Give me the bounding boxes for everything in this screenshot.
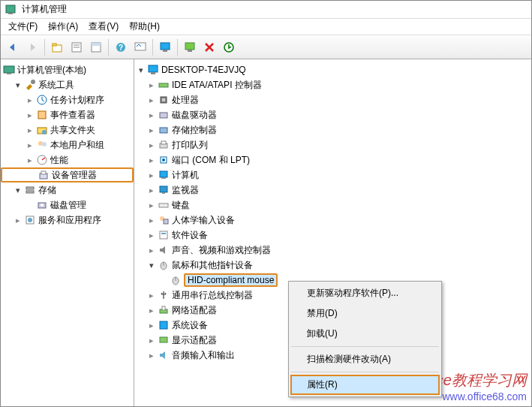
device-tree-root[interactable]: DESKTOP-T4EJVJQ (134, 62, 531, 77)
show-console-button[interactable] (68, 38, 86, 56)
twisty-icon[interactable] (25, 155, 35, 165)
monitor-button[interactable] (156, 38, 174, 56)
tree-performance[interactable]: 性能 (1, 152, 134, 167)
tree-label: 计算机管理(本地) (17, 64, 86, 77)
twisty-icon[interactable] (146, 215, 157, 225)
twisty-icon[interactable] (25, 110, 35, 120)
twisty-icon[interactable] (13, 215, 23, 225)
tree-disk-mgmt[interactable]: 磁盘管理 (1, 197, 134, 213)
twisty-icon[interactable] (25, 140, 35, 150)
ctx-uninstall[interactable]: 卸载(U) (290, 324, 440, 344)
ctx-scan-hardware[interactable]: 扫描检测硬件改动(A) (290, 349, 440, 369)
svg-rect-0 (6, 5, 15, 13)
device-category[interactable]: 键盘 (134, 197, 531, 213)
svg-rect-54 (161, 233, 166, 234)
svg-rect-48 (160, 186, 167, 192)
ctx-disable[interactable]: 禁用(D) (290, 303, 440, 324)
tree-root[interactable]: 计算机管理(本地) (1, 62, 134, 77)
storage-icon (24, 184, 36, 196)
tree-device-manager[interactable]: 设备管理器 (1, 167, 134, 182)
device-category[interactable]: 磁盘驱动器 (134, 107, 531, 122)
scan-button[interactable] (181, 38, 199, 56)
svg-rect-21 (38, 111, 46, 119)
up-button[interactable] (48, 38, 66, 56)
twisty-icon[interactable] (146, 290, 157, 300)
twisty-icon[interactable] (136, 65, 146, 75)
tree-shared-folders[interactable]: 共享文件夹 (1, 122, 134, 137)
device-category[interactable]: 端口 (COM 和 LPT) (134, 152, 531, 167)
svg-rect-13 (163, 50, 167, 52)
twisty-icon[interactable] (146, 350, 157, 360)
category-icon (158, 184, 170, 196)
tree-services-apps[interactable]: 服务和应用程序 (1, 213, 134, 228)
computer-icon (147, 64, 159, 76)
twisty-icon[interactable] (146, 125, 157, 135)
tree-storage[interactable]: 存储 (1, 182, 134, 197)
properties-button[interactable] (87, 38, 105, 56)
toolbar-sep-4 (177, 39, 178, 56)
svg-rect-53 (160, 231, 167, 239)
back-button[interactable] (4, 38, 22, 56)
twisty-icon[interactable] (25, 95, 35, 105)
svg-point-32 (41, 204, 44, 207)
toolbar-sep-2 (108, 39, 109, 56)
menu-view[interactable]: 查看(V) (84, 19, 123, 35)
tree-label: 性能 (50, 154, 68, 167)
update-driver-button[interactable] (220, 38, 238, 56)
clock-icon (36, 94, 48, 106)
twisty-icon[interactable] (146, 185, 157, 195)
menu-file[interactable]: 文件(F) (4, 19, 42, 35)
tree-event-viewer[interactable]: 事件查看器 (1, 107, 134, 122)
tree-label: 任务计划程序 (50, 94, 104, 107)
twisty-icon[interactable] (146, 320, 157, 330)
device-category[interactable]: 软件设备 (134, 228, 531, 243)
ctx-properties[interactable]: 属性(R) (290, 375, 440, 395)
help-button[interactable]: ? (112, 38, 130, 56)
twisty-icon[interactable] (146, 200, 157, 210)
refresh-button[interactable] (131, 38, 149, 56)
category-icon (158, 304, 170, 316)
twisty-icon[interactable] (146, 335, 157, 345)
twisty-icon[interactable] (146, 140, 157, 150)
device-category[interactable]: 存储控制器 (134, 122, 531, 137)
menubar: 文件(F) 操作(A) 查看(V) 帮助(H) (1, 19, 531, 35)
device-category[interactable]: IDE ATA/ATAPI 控制器 (134, 77, 531, 92)
share-icon (36, 124, 48, 136)
category-icon (158, 79, 170, 91)
twisty-icon[interactable] (146, 170, 157, 180)
ctx-update-driver[interactable]: 更新驱动程序软件(P)... (290, 283, 440, 303)
svg-point-23 (42, 130, 47, 134)
category-icon (158, 334, 170, 346)
forward-button[interactable] (23, 38, 41, 56)
twisty-icon[interactable] (13, 80, 23, 90)
device-category[interactable]: 人体学输入设备 (134, 213, 531, 228)
twisty-icon[interactable] (13, 185, 23, 195)
twisty-icon[interactable] (146, 155, 157, 165)
twisty-icon[interactable] (146, 110, 157, 120)
device-category[interactable]: 打印队列 (134, 137, 531, 152)
device-category[interactable]: 监视器 (134, 182, 531, 197)
device-category[interactable]: 计算机 (134, 167, 531, 182)
twisty-icon[interactable] (25, 125, 35, 135)
twisty-icon[interactable] (146, 305, 157, 315)
menu-help[interactable]: 帮助(H) (125, 19, 164, 35)
twisty-icon[interactable] (146, 245, 157, 255)
device-category[interactable]: 声音、视频和游戏控制器 (134, 243, 531, 258)
device-category[interactable]: 鼠标和其他指针设备 (134, 258, 531, 273)
tree-task-scheduler[interactable]: 任务计划程序 (1, 92, 134, 107)
twisty-blank (158, 275, 169, 285)
twisty-icon[interactable] (146, 95, 157, 105)
tree-system-tools[interactable]: 系统工具 (1, 77, 134, 92)
uninstall-button[interactable] (200, 38, 218, 56)
svg-point-24 (38, 141, 43, 146)
svg-rect-46 (160, 171, 167, 177)
device-category[interactable]: 处理器 (134, 92, 531, 107)
app-icon (5, 4, 17, 16)
tree-local-users[interactable]: 本地用户和组 (1, 137, 134, 152)
twisty-icon[interactable] (146, 230, 157, 240)
twisty-icon[interactable] (146, 260, 157, 270)
svg-rect-62 (160, 337, 167, 342)
svg-rect-41 (160, 128, 167, 133)
twisty-icon[interactable] (146, 80, 157, 90)
menu-action[interactable]: 操作(A) (44, 19, 83, 35)
